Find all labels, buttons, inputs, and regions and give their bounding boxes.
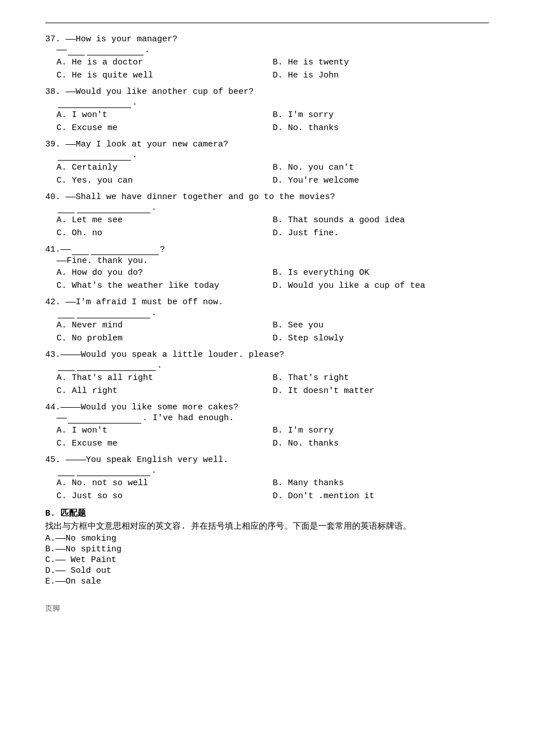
q42-prompt: ——I'm afraid I must be off now. — [66, 297, 223, 307]
q42-answer-c: C. No problem — [57, 332, 273, 344]
q41-answer-b: B. Is everything OK — [273, 267, 489, 279]
q43-blank-short — [58, 361, 75, 371]
q41-answers-row2: C. What's the weather like today D. Woul… — [57, 280, 489, 292]
q45-answers: A. No. not so well B. Many thanks — [57, 477, 489, 489]
q43-answer-a: A. That's all right — [57, 372, 273, 384]
q37-prompt: ——How is your manager? — [66, 34, 177, 44]
match-item-a: A.——No smoking — [45, 534, 489, 543]
question-39: 39. ——May I look at your new camera? . A… — [45, 140, 489, 187]
q45-answer-c: C. Just so so — [57, 490, 273, 502]
q38-number: 38. — [45, 87, 60, 97]
question-37-prompt: 37. ——How is your manager? — [45, 34, 489, 44]
section-b-title: B. 匹配题 — [45, 508, 489, 519]
q40-answer-c: C. Oh. no — [57, 227, 273, 239]
q40-answer-d: D. Just fine. — [273, 227, 489, 239]
q43-answers-row2: C. All right D. It doesn't matter — [57, 385, 489, 397]
question-38-prompt: 38. ——Would you like another cup of beer… — [45, 87, 489, 97]
q43-answer-d: D. It doesn't matter — [273, 385, 489, 397]
q40-answers: A. Let me see B. That sounds a good idea — [57, 214, 489, 226]
q41-answer-d: D. Would you like a cup of tea — [273, 280, 489, 292]
q37-label-c: C. — [57, 71, 67, 80]
q38-answer-a: A. I won't — [57, 109, 273, 121]
q40-number: 40. — [45, 192, 60, 202]
q37-label-d: D. — [273, 71, 283, 80]
q37-answer-d: D. He is John — [273, 70, 489, 81]
q38-answer-b: B. I'm sorry — [273, 109, 489, 121]
q44-answers: A. I won't B. I'm sorry — [57, 425, 489, 437]
q44-answer-c: C. Excuse me — [57, 438, 273, 450]
q38-period: . — [132, 98, 137, 107]
section-b: B. 匹配题 找出与方框中文意思相对应的英文容. 并在括号填上相应的序号。下面是… — [45, 508, 489, 586]
q39-answer-c: C. Yes. you can — [57, 175, 273, 187]
match-item-e: E.——On sale — [45, 577, 489, 586]
q45-answer-a: A. No. not so well — [57, 477, 273, 489]
q44-number: 44. — [45, 403, 60, 412]
question-38: 38. ——Would you like another cup of beer… — [45, 87, 489, 134]
question-40-prompt: 40. ——Shall we have dinner together and … — [45, 192, 489, 202]
q45-answers-row2: C. Just so so D. Don't .mention it — [57, 490, 489, 502]
q43-answer-c: C. All right — [57, 385, 273, 397]
q41-answer-c: C. What's the weather like today — [57, 280, 273, 292]
q43-prompt: ——Would you speak a little louder. pleas… — [71, 350, 284, 360]
question-45: 45. ————You speak English very well. . A… — [45, 455, 489, 502]
q44-blank-long — [68, 413, 141, 424]
q42-blank-short — [58, 308, 75, 318]
q37-answers-row2: C. He is quite well D. He is John — [57, 70, 489, 81]
q45-number: 45. — [45, 455, 60, 465]
q38-answer-c: C. Excuse me — [57, 122, 273, 134]
match-item-c: C.—— Wet Paint — [45, 555, 489, 565]
q41-blank-long — [91, 245, 159, 255]
q45-blank-short — [58, 466, 75, 476]
q39-answer-a: A. Certainly — [57, 162, 273, 174]
q42-answer-b: B. See you — [273, 319, 489, 331]
q37-answers: A. He is a doctor B. He is twenty — [57, 57, 489, 68]
match-item-d: D.—— Sold out — [45, 566, 489, 576]
question-44-prompt: 44. ————Would you like some more cakes? — [45, 403, 489, 412]
q45-prompt: ——You speak English very well. — [76, 455, 228, 465]
question-41-prompt: 41. —— ? — [45, 245, 489, 255]
q41-blank-short — [72, 245, 89, 255]
q41-response: ——Fine. thank you. — [57, 256, 148, 266]
question-37: 37. ——How is your manager? —— . A. He is… — [45, 34, 489, 81]
q45-answer-d: D. Don't .mention it — [273, 490, 489, 502]
q38-answers: A. I won't B. I'm sorry — [57, 109, 489, 121]
q45-answer-b: B. Many thanks — [273, 477, 489, 489]
q40-prompt: ——Shall we have dinner together and go t… — [66, 192, 335, 202]
q39-blank-long — [58, 150, 131, 161]
question-43-prompt: 43. ————Would you speak a little louder.… — [45, 350, 489, 360]
q40-answer-b: B. That sounds a good idea — [273, 214, 489, 226]
q39-prompt: ——May I look at your new camera? — [66, 140, 228, 149]
q37-label-b: B. — [273, 58, 283, 67]
q41-number: 41. — [45, 245, 60, 254]
q42-answers-row2: C. No problem D. Step slowly — [57, 332, 489, 344]
q44-prompt: ——Would you like some more cakes? — [71, 403, 238, 412]
q44-answers-row2: C. Excuse me D. No. thanks — [57, 438, 489, 450]
q41-answers: A. How do you do? B. Is everything OK — [57, 267, 489, 279]
q42-number: 42. — [45, 297, 60, 307]
q39-answer-b: B. No. you can't — [273, 162, 489, 174]
q44-answer-a: A. I won't — [57, 425, 273, 437]
q42-blank-long — [77, 308, 150, 318]
q38-prompt: ——Would you like another cup of beer? — [66, 87, 254, 97]
match-item-b: B.——No spitting — [45, 545, 489, 554]
q37-blank-long — [87, 45, 144, 55]
q39-answer-d: D. You're welcome — [273, 175, 489, 187]
q37-number: 37. — [45, 34, 60, 44]
question-41: 41. —— ? ——Fine. thank you. A. How do yo… — [45, 245, 489, 292]
q37-period: . — [145, 45, 150, 55]
q43-answers: A. That's all right B. That's right — [57, 372, 489, 384]
section-b-desc: 找出与方框中文意思相对应的英文容. 并在括号填上相应的序号。下面是一套常用的英语… — [45, 521, 489, 532]
q38-blank-long — [58, 98, 131, 108]
question-42: 42. ——I'm afraid I must be off now. . A.… — [45, 297, 489, 344]
q38-answers-row2: C. Excuse me D. No. thanks — [57, 122, 489, 134]
question-43: 43. ————Would you speak a little louder.… — [45, 350, 489, 397]
q41-answer-a: A. How do you do? — [57, 267, 273, 279]
q37-response-dash: —— — [57, 45, 67, 55]
question-42-prompt: 42. ——I'm afraid I must be off now. — [45, 297, 489, 307]
question-45-prompt: 45. ————You speak English very well. — [45, 455, 489, 465]
question-44: 44. ————Would you like some more cakes? … — [45, 403, 489, 450]
question-39-prompt: 39. ——May I look at your new camera? — [45, 140, 489, 149]
q44-answer-b: B. I'm sorry — [273, 425, 489, 437]
q37-answer-b: B. He is twenty — [273, 57, 489, 68]
q44-answer-d: D. No. thanks — [273, 438, 489, 450]
